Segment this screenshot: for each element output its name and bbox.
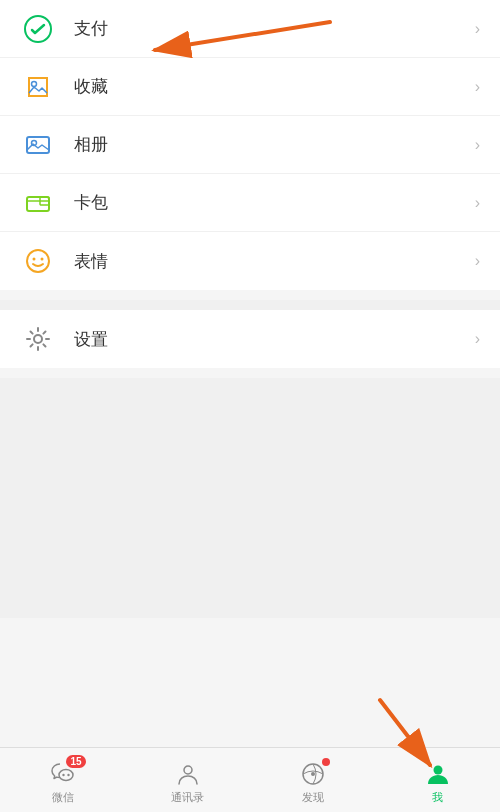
svg-point-11 xyxy=(62,773,64,775)
settings-icon xyxy=(20,321,56,357)
me-icon-wrap xyxy=(423,760,453,788)
separator-1 xyxy=(0,300,500,310)
discover-icon-wrap xyxy=(298,760,328,788)
svg-point-9 xyxy=(34,335,42,343)
emoji-chevron: › xyxy=(475,252,480,270)
album-icon xyxy=(20,127,56,163)
collect-label: 收藏 xyxy=(74,75,475,98)
menu-item-payment[interactable]: 支付 › xyxy=(0,0,500,58)
gray-area xyxy=(0,378,500,618)
contacts-icon xyxy=(175,761,201,787)
tab-discover[interactable]: 发现 xyxy=(250,756,375,805)
payment-label: 支付 xyxy=(74,17,475,40)
collect-icon xyxy=(20,69,56,105)
contacts-icon-wrap xyxy=(173,760,203,788)
payment-icon xyxy=(20,11,56,47)
svg-point-10 xyxy=(59,769,73,780)
wallet-icon xyxy=(20,185,56,221)
me-icon xyxy=(425,761,451,787)
emoji-label: 表情 xyxy=(74,250,475,273)
svg-point-1 xyxy=(32,81,37,86)
tab-bar: 15 微信 通讯录 发现 xyxy=(0,747,500,812)
wallet-label: 卡包 xyxy=(74,191,475,214)
settings-label: 设置 xyxy=(74,328,475,351)
tab-wechat[interactable]: 15 微信 xyxy=(0,756,125,805)
wechat-tab-label: 微信 xyxy=(52,790,74,805)
album-label: 相册 xyxy=(74,133,475,156)
tab-me[interactable]: 我 xyxy=(375,756,500,805)
wechat-badge: 15 xyxy=(66,755,85,768)
settings-chevron: › xyxy=(475,330,480,348)
svg-rect-4 xyxy=(27,197,49,211)
svg-point-16 xyxy=(433,765,442,774)
svg-point-13 xyxy=(184,766,192,774)
discover-badge-dot xyxy=(322,758,330,766)
menu-group-1: 支付 › 收藏 › 相册 › xyxy=(0,0,500,290)
menu-group-settings: 设置 › xyxy=(0,310,500,368)
album-chevron: › xyxy=(475,136,480,154)
svg-rect-2 xyxy=(27,137,49,153)
svg-point-15 xyxy=(311,772,315,776)
discover-icon xyxy=(300,761,326,787)
collect-chevron: › xyxy=(475,78,480,96)
emoji-icon xyxy=(20,243,56,279)
svg-point-8 xyxy=(41,258,44,261)
svg-point-6 xyxy=(27,250,49,272)
payment-chevron: › xyxy=(475,20,480,38)
menu-item-settings[interactable]: 设置 › xyxy=(0,310,500,368)
svg-point-7 xyxy=(33,258,36,261)
me-tab-label: 我 xyxy=(432,790,443,805)
svg-point-12 xyxy=(67,773,69,775)
menu-item-wallet[interactable]: 卡包 › xyxy=(0,174,500,232)
contacts-tab-label: 通讯录 xyxy=(171,790,204,805)
menu-item-collect[interactable]: 收藏 › xyxy=(0,58,500,116)
discover-tab-label: 发现 xyxy=(302,790,324,805)
wechat-icon-wrap: 15 xyxy=(48,760,78,788)
tab-contacts[interactable]: 通讯录 xyxy=(125,756,250,805)
menu-item-emoji[interactable]: 表情 › xyxy=(0,232,500,290)
menu-item-album[interactable]: 相册 › xyxy=(0,116,500,174)
wallet-chevron: › xyxy=(475,194,480,212)
